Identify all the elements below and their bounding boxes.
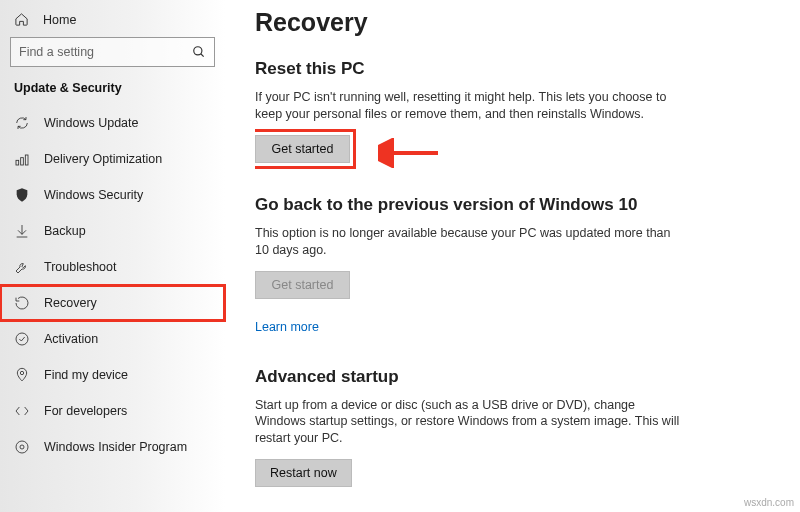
sidebar: Home Find a setting Update & Security Wi…: [0, 0, 225, 512]
sidebar-item-find-my-device[interactable]: Find my device: [0, 357, 225, 393]
insider-icon: [14, 439, 30, 455]
wrench-icon: [14, 259, 30, 275]
sidebar-item-label: Recovery: [44, 296, 97, 310]
goback-get-started-button: Get started: [255, 271, 350, 299]
shield-icon: [14, 187, 30, 203]
category-heading: Update & Security: [0, 81, 225, 105]
reset-get-started-button[interactable]: Get started: [255, 135, 350, 163]
sidebar-item-label: Backup: [44, 224, 86, 238]
page-title: Recovery: [255, 8, 790, 37]
sidebar-item-windows-insider[interactable]: Windows Insider Program: [0, 429, 225, 465]
learn-more-link[interactable]: Learn more: [255, 320, 319, 334]
sidebar-item-activation[interactable]: Activation: [0, 321, 225, 357]
sidebar-item-label: Windows Insider Program: [44, 440, 187, 454]
advanced-desc: Start up from a device or disc (such as …: [255, 397, 685, 448]
reset-heading: Reset this PC: [255, 59, 790, 79]
goback-heading: Go back to the previous version of Windo…: [255, 195, 790, 215]
content-pane: Recovery Reset this PC If your PC isn't …: [255, 8, 790, 512]
sidebar-item-label: Delivery Optimization: [44, 152, 162, 166]
svg-rect-2: [16, 160, 19, 165]
svg-point-8: [20, 445, 24, 449]
sidebar-item-backup[interactable]: Backup: [0, 213, 225, 249]
sidebar-item-label: Troubleshoot: [44, 260, 117, 274]
location-icon: [14, 367, 30, 383]
search-placeholder: Find a setting: [19, 45, 192, 59]
home-icon: [14, 12, 29, 27]
svg-rect-3: [21, 158, 24, 165]
goback-section: Go back to the previous version of Windo…: [255, 195, 790, 335]
code-icon: [14, 403, 30, 419]
sidebar-item-label: Windows Security: [44, 188, 143, 202]
sidebar-item-windows-update[interactable]: Windows Update: [0, 105, 225, 141]
recovery-icon: [14, 295, 30, 311]
svg-point-0: [194, 47, 202, 55]
sidebar-item-label: Find my device: [44, 368, 128, 382]
restart-now-button[interactable]: Restart now: [255, 459, 352, 487]
optimization-icon: [14, 151, 30, 167]
sidebar-item-troubleshoot[interactable]: Troubleshoot: [0, 249, 225, 285]
svg-line-1: [201, 54, 204, 57]
reset-section: Reset this PC If your PC isn't running w…: [255, 59, 790, 163]
sync-icon: [14, 115, 30, 131]
svg-rect-4: [25, 155, 28, 165]
advanced-heading: Advanced startup: [255, 367, 790, 387]
home-link[interactable]: Home: [0, 8, 225, 37]
sidebar-item-label: Windows Update: [44, 116, 139, 130]
search-input[interactable]: Find a setting: [10, 37, 215, 67]
svg-point-6: [20, 371, 23, 374]
check-circle-icon: [14, 331, 30, 347]
sidebar-item-label: For developers: [44, 404, 127, 418]
search-icon: [192, 45, 206, 59]
sidebar-item-windows-security[interactable]: Windows Security: [0, 177, 225, 213]
backup-icon: [14, 223, 30, 239]
sidebar-item-for-developers[interactable]: For developers: [0, 393, 225, 429]
svg-point-7: [16, 441, 28, 453]
sidebar-item-recovery[interactable]: Recovery: [0, 285, 225, 321]
svg-point-5: [16, 333, 28, 345]
sidebar-item-delivery-optimization[interactable]: Delivery Optimization: [0, 141, 225, 177]
reset-desc: If your PC isn't running well, resetting…: [255, 89, 685, 123]
watermark: wsxdn.com: [744, 497, 794, 508]
advanced-section: Advanced startup Start up from a device …: [255, 367, 790, 488]
goback-desc: This option is no longer available becau…: [255, 225, 685, 259]
home-label: Home: [43, 13, 76, 27]
sidebar-item-label: Activation: [44, 332, 98, 346]
